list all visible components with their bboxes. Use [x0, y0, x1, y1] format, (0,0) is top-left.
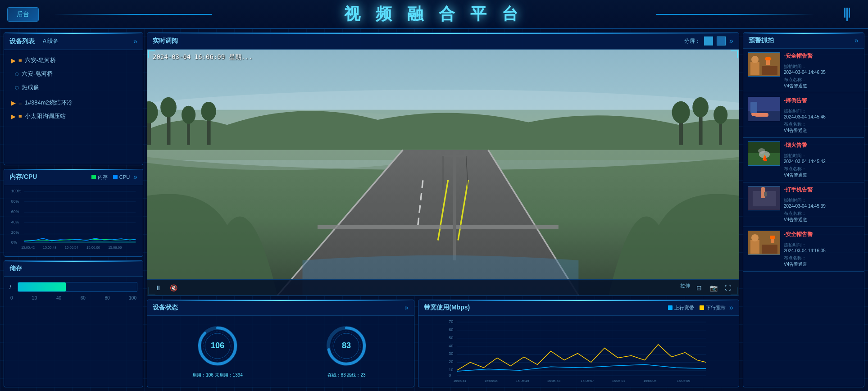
upload-legend-label: 上行宽带: [674, 305, 694, 311]
list-item[interactable]: -安全帽告警 抓拍时间： 2024-03-04 14:16:05 布点名称： V…: [743, 227, 864, 272]
list-item[interactable]: ▶ ≡ 1#384m2烧结环冷: [4, 96, 143, 109]
storage-content: / 0 20 40 60 80 100: [4, 277, 143, 306]
svg-text:15:06:01: 15:06:01: [612, 379, 625, 383]
alert-thumb-5: [748, 231, 780, 255]
alert-thumb-2: [748, 97, 780, 121]
memory-legend-item: 内存: [91, 174, 108, 181]
alert-header-right: »: [854, 36, 859, 45]
list-item[interactable]: -摔倒告警 抓拍时间： 2024-03-04 14:45:46 布点名称： V4…: [743, 93, 864, 138]
alert-title: 预警抓拍: [749, 36, 774, 45]
svg-rect-84: [755, 113, 768, 117]
alert-location-label-5: 布点名称：: [784, 255, 806, 260]
window-btn[interactable]: ⊟: [694, 282, 704, 293]
ai-device-tab[interactable]: AI设备: [40, 36, 61, 46]
alert-type-4: -打手机告警: [784, 186, 859, 194]
mute-btn[interactable]: 🔇: [168, 282, 179, 293]
back-button[interactable]: 后台: [7, 7, 39, 22]
cpu-chart-svg: 100% 80% 60% 40% 20% 0%: [8, 187, 139, 251]
list-item[interactable]: ▶ ≡ 六安-皂河桥: [4, 54, 143, 67]
left-panel: 设备列表 AI设备 » ▶ ≡ 六安-皂河桥 ⬡ 六安-皂河桥 ⬡ 热: [4, 32, 143, 387]
alert-type-1: -安全帽告警: [784, 52, 859, 60]
page-title: 视 频 融 合 平 台: [344, 3, 523, 25]
video-content[interactable]: 2024-03-04 16:06:09 星期... ⏸ 🔇 拉伸 ⊟ 📷 ⛶: [147, 50, 739, 296]
bandwidth-expand-btn[interactable]: »: [729, 304, 733, 312]
svg-rect-81: [765, 57, 771, 60]
svg-text:15:05:57: 15:05:57: [581, 379, 594, 383]
list-item[interactable]: ⬡ 六安-皂河桥: [4, 67, 143, 81]
header-deco-1: [844, 8, 845, 18]
split-1-btn[interactable]: [704, 36, 713, 45]
video-controls-right: 分屏： »: [684, 36, 733, 45]
header: 后台 视 频 融 合 平 台: [0, 0, 868, 29]
alert-location-value-2: V4告警通道: [784, 127, 859, 134]
alert-type-2: -摔倒告警: [784, 97, 859, 105]
device-status-expand-btn[interactable]: »: [404, 304, 409, 312]
right-panel: 预警抓拍 »: [743, 32, 864, 387]
upload-legend-dot: [668, 305, 673, 310]
alert-location-value-1: V4告警通道: [784, 83, 859, 89]
corner-tr: [731, 50, 738, 58]
alert-location-value-5: V4告警通道: [784, 261, 859, 268]
svg-text:10: 10: [449, 368, 454, 372]
list-item[interactable]: ▶ ≡ 小太阳沟调压站: [4, 109, 143, 123]
storage-axis-100: 100: [129, 296, 136, 300]
online-gauge-svg: 106: [195, 323, 240, 368]
alert-time-value-5: 2024-03-04 14:16:05: [784, 248, 859, 253]
svg-point-96: [761, 187, 765, 191]
list-item[interactable]: -打手机告警 抓拍时间： 2024-03-04 14:45:39 布点名称： V…: [743, 182, 864, 227]
upload-legend-item: 上行宽带: [668, 305, 694, 311]
fullscreen-btn[interactable]: ⛶: [723, 282, 733, 293]
alert-type-5: -安全帽告警: [784, 231, 859, 238]
svg-text:70: 70: [449, 319, 454, 324]
folder-icon: ▶: [11, 57, 16, 64]
device-name: 1#384m2烧结环冷: [25, 99, 73, 107]
device-name: 小太阳沟调压站: [25, 112, 66, 120]
list-item[interactable]: -烟火告警 抓拍时间： 2024-03-04 14:45:42 布点名称： V4…: [743, 138, 864, 182]
toolbar-right: 拉伸 ⊟ 📷 ⛶: [680, 282, 733, 293]
main-layout: 设备列表 AI设备 » ▶ ≡ 六安-皂河桥 ⬡ 六安-皂河桥 ⬡ 热: [0, 29, 868, 391]
split-4-btn[interactable]: [717, 36, 726, 45]
svg-text:80%: 80%: [11, 199, 19, 204]
svg-rect-97: [764, 192, 767, 196]
svg-text:20%: 20%: [11, 230, 19, 235]
cpu-chart-container: 100% 80% 60% 40% 20% 0%: [4, 185, 143, 255]
svg-text:15:05:42: 15:05:42: [21, 246, 35, 250]
cpu-memory-panel: 内存/CPU 内存 CPU »: [4, 169, 143, 257]
storage-axis-20: 20: [32, 296, 37, 300]
storage-header: 储存: [4, 261, 143, 277]
list-item[interactable]: ⬡ 热成像: [4, 81, 143, 94]
video-toolbar: ⏸ 🔇 拉伸 ⊟ 📷 ⛶: [147, 279, 739, 296]
svg-text:0%: 0%: [11, 240, 17, 245]
alert-time-label-2: 抓拍时间：: [784, 109, 806, 114]
folder-dash-icon: ≡: [18, 100, 22, 106]
cpu-legend-dot: [113, 175, 118, 179]
video-title: 实时调阅: [153, 37, 178, 45]
alert-expand-btn[interactable]: »: [854, 36, 859, 45]
stretch-label[interactable]: 拉伸: [680, 282, 690, 293]
pause-btn[interactable]: ⏸: [153, 282, 164, 293]
svg-rect-103: [770, 236, 775, 239]
device-status-panel: 设备状态 » 106: [147, 300, 414, 387]
highline-gauge-svg: 83: [324, 323, 369, 368]
device-list-content: ▶ ≡ 六安-皂河桥 ⬡ 六安-皂河桥 ⬡ 热成像 ▶ ≡ 1#384m2烧结环…: [4, 50, 143, 127]
video-expand-btn[interactable]: »: [729, 37, 733, 45]
online-gauge: 106 启用：106 未启用：1394: [192, 323, 243, 378]
svg-rect-101: [762, 245, 777, 254]
folder-icon: ▶: [11, 100, 16, 106]
list-item[interactable]: -安全帽告警 抓拍时间： 2024-03-04 14:46:05 布点名称： V…: [743, 49, 864, 93]
storage-title: 储存: [9, 264, 22, 273]
device-list-expand-btn[interactable]: »: [133, 37, 137, 45]
alert-location-label-1: 布点名称：: [784, 77, 806, 82]
bandwidth-chart-svg: 70 60 50 40 30 20 10 0: [422, 318, 735, 384]
device-list-panel: 设备列表 AI设备 » ▶ ≡ 六安-皂河桥 ⬡ 六安-皂河桥 ⬡ 热: [4, 32, 143, 165]
alert-time-value-2: 2024-03-04 14:45:46: [784, 114, 859, 119]
alert-time-label-5: 抓拍时间：: [784, 242, 806, 247]
alert-list: -安全帽告警 抓拍时间： 2024-03-04 14:46:05 布点名称： V…: [743, 49, 864, 384]
svg-point-100: [751, 234, 759, 241]
bandwidth-content: 70 60 50 40 30 20 10 0: [418, 316, 739, 386]
storage-drive-label: /: [9, 284, 14, 291]
camera-btn[interactable]: 📷: [708, 282, 719, 293]
alert-info-1: -安全帽告警 抓拍时间： 2024-03-04 14:46:05 布点名称： V…: [784, 52, 859, 89]
alert-thumb-4: [748, 186, 780, 210]
cpu-memory-expand-btn[interactable]: »: [133, 173, 137, 181]
